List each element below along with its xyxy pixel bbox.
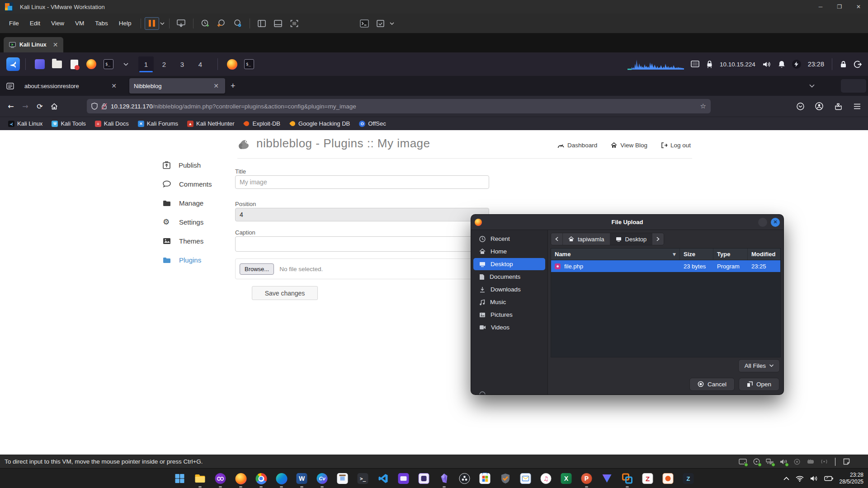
menu-help[interactable]: Help [113,14,137,33]
tab-nibbleblog[interactable]: Nibbleblog ✕ [129,78,225,94]
file-row-selected[interactable]: file.php 23 bytes Program 23:25 [551,260,780,272]
bookmark-google-hacking-db[interactable]: Google Hacking DB [286,119,354,128]
bookmark-kali-tools[interactable]: ⚒ Kali Tools [48,119,89,128]
canva-icon[interactable]: Cv [316,473,328,484]
workspace-3[interactable]: 3 [175,56,190,72]
menu-tabs[interactable]: Tabs [90,14,113,33]
sidebar-item-comments[interactable]: Comments [163,174,231,193]
place-videos[interactable]: Videos [473,321,545,333]
mail-icon[interactable] [520,473,532,484]
manage-snapshots-icon[interactable] [231,17,245,30]
fit-guest-icon[interactable] [374,17,387,30]
column-modified[interactable]: Modified [748,249,780,260]
tab-overflow-chevron-icon[interactable] [809,84,815,88]
dialog-minimize-icon[interactable] [758,218,767,227]
signal-device-icon[interactable] [820,458,829,465]
lock-screen-icon[interactable] [840,61,847,68]
path-forward-icon[interactable] [652,233,664,245]
notepad-icon[interactable] [337,473,349,484]
start-button-icon[interactable] [174,473,186,484]
place-documents[interactable]: Documents [473,271,545,283]
sound-device-icon[interactable] [779,458,788,465]
send-ctrl-alt-del-icon[interactable] [175,17,188,30]
printer-device-icon[interactable] [793,458,802,465]
purple-screen-app-icon[interactable] [398,473,410,484]
show-desktop-icon[interactable] [34,59,45,70]
battery-icon[interactable] [824,476,833,481]
open-window-firefox-icon[interactable] [226,59,237,70]
file-explorer-icon[interactable] [194,473,206,484]
menu-edit[interactable]: Edit [24,14,46,33]
home-icon[interactable] [47,99,61,113]
extensions-puzzle-icon[interactable] [831,99,845,113]
close-icon[interactable]: ✕ [849,0,868,14]
menu-file[interactable]: File [4,14,24,33]
vm-tab-close-icon[interactable]: ✕ [53,41,58,48]
file-filter-dropdown[interactable]: All Files [738,359,780,372]
view-blog-link[interactable]: View Blog [611,142,647,149]
sort-descending-icon[interactable]: ▼ [673,252,676,257]
zotero-icon[interactable]: Z [642,473,654,484]
word-icon[interactable]: W [296,473,308,484]
cpu-graph-icon[interactable] [627,58,684,70]
bookmark-star-icon[interactable]: ☆ [700,102,706,110]
place-home[interactable]: Home [473,245,545,258]
insecure-lock-icon[interactable] [101,103,107,110]
breadcrumb-desktop[interactable]: Desktop [610,233,653,245]
column-name[interactable]: Name ▼ [551,249,680,260]
logout-icon[interactable] [854,61,862,68]
vm-tab-kali[interactable]: Kali Linux ✕ [4,37,63,52]
back-icon[interactable]: ← [4,99,18,113]
orange-app-icon[interactable] [662,473,674,484]
display-tray-icon[interactable] [691,61,699,68]
edge-icon[interactable] [276,473,288,484]
network-lock-icon[interactable] [706,60,713,68]
dialog-close-icon[interactable]: ✕ [771,218,780,227]
windows-terminal-icon[interactable]: >_ [357,473,369,484]
bookmark-exploit-db[interactable]: Exploit-DB [240,119,284,128]
vscode-icon[interactable] [377,473,389,484]
firefox-launcher-icon[interactable] [86,59,97,70]
purple-mask-app-icon[interactable] [215,473,226,484]
network-device-icon[interactable] [765,458,774,465]
account-icon[interactable] [812,99,826,113]
caption-input[interactable] [235,236,489,252]
place-desktop[interactable]: Desktop [473,258,545,270]
place-downloads[interactable]: Downloads [473,283,545,296]
chrome-icon[interactable] [255,473,267,484]
sidebar-item-manage[interactable]: Manage [163,193,231,212]
forward-icon[interactable]: → [18,99,33,113]
kali-menu-icon[interactable] [6,57,20,71]
tab-close-icon[interactable]: ✕ [109,81,118,90]
column-type[interactable]: Type [713,249,748,260]
maximize-icon[interactable]: ❐ [830,0,849,14]
sidebar-item-publish[interactable]: Publish [163,155,231,174]
wifi-icon[interactable] [796,476,804,482]
dark-z-app-icon[interactable]: Z [683,473,694,484]
excel-icon[interactable]: X [561,473,572,484]
tab-sessionrestore[interactable]: about:sessionrestore ✕ [20,78,123,94]
breadcrumb-home[interactable]: tapiwamla [563,233,610,245]
workspace-4[interactable]: 4 [193,56,208,72]
menu-vm[interactable]: VM [70,14,90,33]
cancel-button[interactable]: Cancel [689,378,735,391]
notifications-bell-icon[interactable] [778,60,785,68]
tray-chevron-up-icon[interactable] [783,477,789,480]
position-input[interactable] [235,208,489,221]
usb-device-icon[interactable] [806,458,815,465]
file-manager-icon[interactable] [52,59,62,70]
sidebar-item-settings[interactable]: ⚙ Settings [163,212,231,231]
log-out-link[interactable]: Log out [661,142,691,149]
pocket-icon[interactable] [793,99,807,113]
apple-music-icon[interactable]: ♫ [540,473,552,484]
panel-clock[interactable]: 23:28 [808,61,824,68]
volume-tray-icon[interactable] [762,61,771,68]
new-tab-icon[interactable]: + [225,81,241,91]
cd-rom-device-icon[interactable] [752,458,761,465]
hamburger-menu-icon[interactable] [850,99,864,113]
open-window-terminal-icon[interactable]: $_ [244,59,255,70]
open-button[interactable]: Open [739,378,779,391]
save-changes-button[interactable]: Save changes [252,286,318,300]
bookmark-offsec[interactable]: O OffSec [355,119,390,128]
text-editor-icon[interactable] [69,59,80,70]
